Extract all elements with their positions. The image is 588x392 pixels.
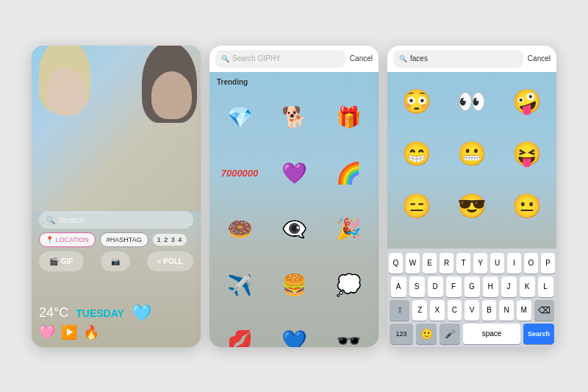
screen1-overlay — [32, 46, 201, 347]
temperature-display: 24°C — [39, 305, 68, 321]
face-sticker-5: 😬 — [445, 129, 498, 179]
key-123[interactable]: 123 — [390, 324, 413, 344]
key-t[interactable]: T — [456, 253, 470, 274]
sticker-party: 🎉 — [323, 203, 374, 256]
screen1-bottom-stickers: 🩷 ▶️ 🔥 — [39, 324, 99, 341]
keyboard-row1: Q W E R T Y U I O P — [390, 253, 554, 274]
screen1-search-bar[interactable]: 🔍 Search — [39, 211, 193, 229]
search-placeholder: Search — [59, 215, 85, 224]
hashtag-sticker[interactable]: #HASHTAG — [100, 232, 148, 247]
screen1-background: ··· 🔍 Search 📍 LOCATION #HASHTAG 1 2 3 4… — [32, 46, 201, 347]
face-sticker-3: 🤪 — [501, 76, 553, 126]
day-display: TUESDAY — [76, 307, 124, 319]
gif-button[interactable]: 🎬 GIF — [39, 252, 84, 271]
screen3-background: 🔍 faces Cancel 😳 👀 🤪 😁 😬 😝 😑 😎 😐 Q W E R — [387, 46, 556, 347]
key-d[interactable]: D — [428, 277, 443, 297]
key-a[interactable]: A — [391, 277, 406, 297]
faces-cancel-button[interactable]: Cancel — [528, 54, 551, 63]
screen1-sticker-row: 📍 LOCATION #HASHTAG 1 2 3 4 — [39, 232, 193, 247]
sticker-cloud: 💭 — [323, 259, 374, 312]
screen1-weather-info: 24°C TUESDAY 🩵 — [39, 304, 151, 323]
key-o[interactable]: O — [524, 253, 538, 274]
screen3: 🔍 faces Cancel 😳 👀 🤪 😁 😬 😝 😑 😎 😐 Q W E R — [387, 46, 556, 347]
key-i[interactable]: I — [507, 253, 521, 274]
keyboard-row3: ⇧ Z X C V B N M ⌫ — [390, 300, 554, 321]
key-b[interactable]: B — [482, 300, 497, 321]
key-h[interactable]: H — [483, 277, 498, 297]
giphy-search-bar[interactable]: 🔍 Search GIPHY — [215, 50, 345, 68]
face-sticker-2: 👀 — [445, 76, 498, 126]
screen2: 🔍 Search GIPHY Cancel Trending 💎 🐕 🎁 700… — [209, 46, 379, 347]
search-icon: 🔍 — [46, 216, 55, 224]
key-l[interactable]: L — [538, 277, 553, 297]
camera-button[interactable]: 📷 — [101, 252, 130, 271]
screen2-background: 🔍 Search GIPHY Cancel Trending 💎 🐕 🎁 700… — [209, 46, 379, 347]
sticker-burger: 🍔 — [268, 259, 320, 312]
screen1-bottom-row: 🎬 GIF 📷 ≡ POLL — [39, 252, 193, 271]
giphy-search-placeholder: Search GIPHY — [232, 54, 281, 63]
sticker-heart: 💜 — [268, 147, 320, 200]
hashtag-sticker-label: #HASHTAG — [107, 236, 142, 243]
face-sticker-8: 😎 — [445, 181, 498, 231]
key-shift[interactable]: ⇧ — [390, 300, 409, 321]
key-e[interactable]: E — [423, 253, 437, 274]
camera-icon: 📷 — [111, 257, 120, 266]
key-emoji[interactable]: 🙂 — [416, 324, 437, 344]
key-search[interactable]: Search — [523, 324, 554, 344]
key-x[interactable]: X — [430, 300, 445, 321]
face-sticker-9: 😐 — [501, 181, 553, 231]
screen1: ··· 🔍 Search 📍 LOCATION #HASHTAG 1 2 3 4… — [32, 46, 201, 347]
key-u[interactable]: U — [490, 253, 504, 274]
youtube-sticker: ▶️ — [61, 324, 77, 341]
key-s[interactable]: S — [409, 277, 425, 297]
sticker-sunglasses: 🕶️ — [323, 315, 374, 347]
faces-search-bar[interactable]: 🔍 faces — [393, 50, 523, 68]
key-w[interactable]: W — [406, 253, 420, 274]
key-f[interactable]: F — [446, 277, 462, 297]
fire-sticker: 🔥 — [83, 324, 99, 341]
number-sticker[interactable]: 1 2 3 4 — [153, 234, 187, 246]
key-n[interactable]: N — [499, 300, 514, 321]
key-g[interactable]: G — [465, 277, 480, 297]
key-j[interactable]: J — [501, 277, 517, 297]
heart-sticker: 🩵 — [132, 304, 151, 323]
poll-button[interactable]: ≡ POLL — [147, 252, 193, 271]
trending-label: Trending — [217, 78, 248, 86]
face-sticker-7: 😑 — [390, 181, 443, 231]
giphy-cancel-button[interactable]: Cancel — [350, 54, 373, 63]
key-z[interactable]: Z — [412, 300, 427, 321]
key-k[interactable]: K — [520, 277, 535, 297]
sticker-dog: 🐕 — [268, 91, 320, 144]
key-r[interactable]: R — [440, 253, 453, 274]
location-sticker[interactable]: 📍 LOCATION — [39, 232, 96, 247]
sticker-blue-heart: 💙 — [268, 315, 320, 347]
sticker-gift: 🎁 — [323, 91, 374, 144]
screen3-header: 🔍 faces Cancel — [387, 46, 556, 72]
sticker-grid: 💎 🐕 🎁 7000000 💜 🌈 🍩 👁‍🗨 🎉 ✈️ 🍔 💭 💋 💙 🕶️ — [214, 91, 374, 347]
face-sticker-6: 😝 — [501, 129, 553, 179]
key-delete[interactable]: ⌫ — [534, 300, 554, 321]
sticker-eyes: 👁‍🗨 — [268, 203, 320, 256]
search-icon: 🔍 — [221, 55, 229, 63]
sticker-crystal: 💎 — [214, 91, 265, 144]
face-sticker-1: 😳 — [390, 76, 443, 126]
sticker-donut: 🍩 — [214, 203, 265, 256]
key-c[interactable]: C — [448, 300, 462, 321]
key-y[interactable]: Y — [473, 253, 487, 274]
key-space[interactable]: space — [463, 324, 520, 344]
face-sticker-grid: 😳 👀 🤪 😁 😬 😝 😑 😎 😐 — [390, 76, 553, 231]
key-mic[interactable]: 🎤 — [440, 324, 460, 344]
sticker-lips: 💋 — [214, 315, 265, 347]
gif-icon: 🎬 — [49, 257, 58, 266]
faces-search-value: faces — [410, 54, 428, 63]
key-m[interactable]: M — [517, 300, 531, 321]
keyboard-row2: A S D F G H J K L — [390, 277, 554, 297]
key-v[interactable]: V — [465, 300, 479, 321]
key-p[interactable]: P — [541, 253, 555, 274]
screen2-header: 🔍 Search GIPHY Cancel — [209, 46, 379, 72]
sticker-plane: ✈️ — [214, 259, 265, 312]
face-sticker-4: 😁 — [390, 129, 443, 179]
key-q[interactable]: Q — [389, 253, 403, 274]
keyboard-bottom-row: 123 🙂 🎤 space Search — [390, 324, 554, 344]
search-icon: 🔍 — [399, 55, 407, 63]
